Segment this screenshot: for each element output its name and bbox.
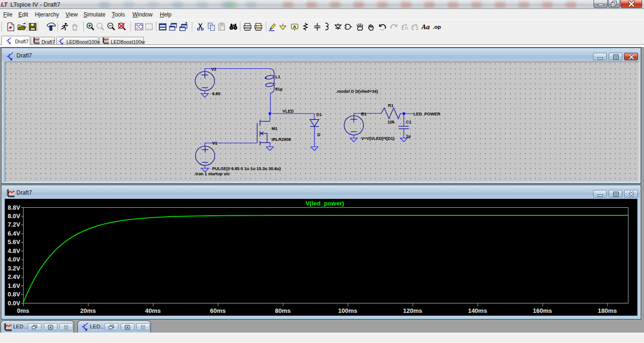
svg-text:L1: L1 xyxy=(275,74,281,79)
svg-text:1µ: 1µ xyxy=(406,134,411,139)
svg-text:5.6V: 5.6V xyxy=(8,238,20,245)
svg-text:10k: 10k xyxy=(388,120,395,124)
svg-text:IRLR2908: IRLR2908 xyxy=(272,137,291,142)
svg-text:9.85: 9.85 xyxy=(212,91,221,96)
svg-text:V=V(VLED)*I(D1): V=V(VLED)*I(D1) xyxy=(361,136,395,141)
svg-text:0ms: 0ms xyxy=(17,307,29,314)
svg-text:8.8V: 8.8V xyxy=(8,204,20,211)
svg-text:M1: M1 xyxy=(272,126,278,131)
svg-text:100ms: 100ms xyxy=(338,307,357,314)
svg-text:.tran 1 startup uic: .tran 1 startup uic xyxy=(194,172,230,176)
svg-text:C1: C1 xyxy=(406,120,412,124)
svg-text:Aa: Aa xyxy=(421,23,430,31)
svg-text:V1: V1 xyxy=(212,141,217,146)
svg-text:0.8V: 0.8V xyxy=(8,291,20,298)
svg-text:VLED: VLED xyxy=(282,109,294,114)
svg-text:20ms: 20ms xyxy=(80,307,96,314)
svg-text:81µ: 81µ xyxy=(275,87,282,91)
svg-text:R1: R1 xyxy=(388,103,394,108)
svg-text:4.0V: 4.0V xyxy=(8,256,20,263)
svg-text:2.4V: 2.4V xyxy=(8,273,20,280)
svg-text:40ms: 40ms xyxy=(145,307,161,314)
svg-text:A: A xyxy=(293,24,297,29)
svg-text:120ms: 120ms xyxy=(403,307,422,314)
svg-text:D: D xyxy=(317,132,321,137)
svg-text:.model D D(vfwd=34): .model D D(vfwd=34) xyxy=(336,89,378,94)
svg-text:PULSE(0 9.85 0 1u 1u 15.3u 30.: PULSE(0 9.85 0 1u 1u 15.3u 30.6u) xyxy=(212,166,281,171)
svg-text:80ms: 80ms xyxy=(275,307,290,314)
svg-text:D1: D1 xyxy=(316,112,322,117)
svg-text:B1: B1 xyxy=(361,112,367,116)
svg-text:0.0V: 0.0V xyxy=(8,300,20,307)
svg-text:140ms: 140ms xyxy=(468,307,487,314)
svg-text:.op: .op xyxy=(433,24,441,30)
svg-text:V2: V2 xyxy=(211,67,216,72)
svg-text:8.0V: 8.0V xyxy=(8,212,20,220)
svg-text:V(led_power): V(led_power) xyxy=(305,200,344,207)
svg-text:3.2V: 3.2V xyxy=(8,265,20,272)
svg-text:180ms: 180ms xyxy=(598,307,617,314)
svg-text:160ms: 160ms xyxy=(533,307,552,314)
svg-text:6.4V: 6.4V xyxy=(8,230,20,237)
svg-text:LED_POWER: LED_POWER xyxy=(413,112,441,116)
svg-text:60ms: 60ms xyxy=(210,307,225,314)
svg-text:7.2V: 7.2V xyxy=(8,221,20,228)
svg-text:1.6V: 1.6V xyxy=(8,282,20,289)
svg-text:4.8V: 4.8V xyxy=(8,247,20,254)
